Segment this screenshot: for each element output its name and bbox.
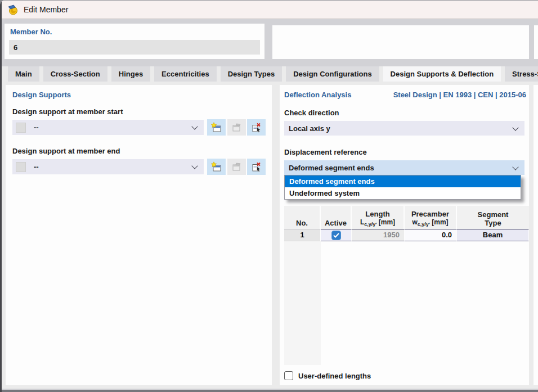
edit-design-support-button <box>227 119 246 136</box>
tab-bar: Main Cross-Section Hinges Eccentricities… <box>8 66 538 82</box>
member-no-label: Member No. <box>10 28 52 36</box>
tab-main[interactable]: Main <box>8 66 39 82</box>
dropdown-option-deformed-segment-ends[interactable]: Deformed segment ends <box>285 175 521 187</box>
edit-window-icon <box>231 122 243 133</box>
chevron-down-icon <box>191 163 198 169</box>
table-header-row: No. Active Length Lc,y/y' [mm] Precamber… <box>284 205 529 229</box>
support-start-value: -- <box>34 123 39 132</box>
support-start-combobox[interactable]: -- <box>12 120 204 135</box>
tab-stress-strain[interactable]: Stress-Strain A <box>505 66 538 82</box>
support-end-value: -- <box>34 163 39 171</box>
displacement-reference-dropdown: Deformed segment ends Undeformed system <box>284 175 521 200</box>
check-direction-combobox[interactable]: Local axis y <box>284 121 524 136</box>
new-design-support-end-button[interactable] <box>207 159 226 175</box>
right-edge-box <box>534 25 538 59</box>
chevron-down-icon <box>512 164 518 170</box>
check-direction-value: Local axis y <box>289 124 330 133</box>
displacement-reference-value: Deformed segment ends <box>289 164 374 172</box>
displacement-reference-combobox[interactable]: Deformed segment ends <box>284 160 524 175</box>
row-header-column-strip <box>284 241 321 365</box>
edit-window-icon <box>231 161 243 173</box>
color-swatch <box>16 162 26 172</box>
color-swatch <box>16 123 26 133</box>
col-header-segment-type: Segment Type <box>457 205 529 229</box>
displacement-reference-label: Displacement reference <box>284 148 367 156</box>
window-left-border <box>0 1 2 392</box>
member-no-box: Member No. <box>5 24 264 59</box>
member-list-box <box>272 25 529 59</box>
col-header-precamber: Precamber wc,y/y' [mm] <box>405 205 457 229</box>
delete-design-support-button[interactable] <box>247 119 266 136</box>
chevron-down-icon <box>191 123 198 129</box>
deflection-analysis-heading: Deflection Analysis <box>284 91 351 99</box>
support-end-combobox[interactable]: -- <box>12 159 204 174</box>
tab-design-types[interactable]: Design Types <box>221 66 283 82</box>
user-defined-lengths-row: User-defined lengths <box>284 371 371 380</box>
delete-assignment-icon <box>251 161 262 173</box>
design-standard-label: Steel Design | EN 1993 | CEN | 2015-06 <box>393 91 526 99</box>
table-row: 1 1950 0.0 Beam <box>284 229 529 241</box>
delete-assignment-icon <box>251 122 262 133</box>
right-panel-sliver <box>533 85 538 385</box>
tab-design-supports-deflection[interactable]: Design Supports & Deflection <box>383 66 501 82</box>
chevron-down-icon <box>512 124 518 130</box>
deflection-analysis-panel: Deflection Analysis Steel Design | EN 19… <box>280 85 529 385</box>
design-supports-heading: Design Supports <box>12 91 71 99</box>
delete-design-support-end-button[interactable] <box>247 159 266 175</box>
col-header-no: No. <box>284 205 321 229</box>
new-window-star-icon <box>210 161 222 173</box>
segments-table: No. Active Length Lc,y/y' [mm] Precamber… <box>284 205 529 241</box>
tab-hinges[interactable]: Hinges <box>111 66 150 82</box>
tab-cross-section[interactable]: Cross-Section <box>43 66 107 82</box>
tab-design-configurations[interactable]: Design Configurations <box>286 66 379 82</box>
cell-length[interactable]: 1950 <box>352 229 405 241</box>
member-icon <box>7 4 19 15</box>
user-defined-lengths-label: User-defined lengths <box>298 372 371 380</box>
new-design-support-button[interactable] <box>207 119 226 136</box>
active-checkbox-checked[interactable] <box>331 231 341 240</box>
support-end-label: Design support at member end <box>12 147 120 155</box>
window-bottom-border <box>0 389 538 392</box>
window-title: Edit Member <box>24 5 68 14</box>
design-supports-panel: Design Supports Design support at member… <box>6 85 272 385</box>
check-direction-label: Check direction <box>284 109 339 117</box>
tab-eccentricities[interactable]: Eccentricities <box>154 66 217 82</box>
title-bar[interactable]: Edit Member <box>0 1 538 19</box>
edit-member-dialog: Edit Member Member No. Main Cross-Sectio… <box>0 0 538 392</box>
cell-active[interactable] <box>321 229 352 241</box>
edit-design-support-end-button <box>227 159 246 175</box>
user-defined-lengths-checkbox[interactable] <box>284 371 293 380</box>
member-no-input[interactable] <box>9 40 260 55</box>
col-header-length: Length Lc,y/y' [mm] <box>352 205 405 229</box>
cell-precamber[interactable]: 0.0 <box>405 229 457 241</box>
cell-no: 1 <box>284 229 321 241</box>
support-start-label: Design support at member start <box>12 107 123 116</box>
cell-segment-type[interactable]: Beam <box>457 229 529 241</box>
col-header-active: Active <box>321 205 352 229</box>
new-window-star-icon <box>210 122 222 133</box>
dropdown-option-undeformed-system[interactable]: Undeformed system <box>285 187 521 199</box>
